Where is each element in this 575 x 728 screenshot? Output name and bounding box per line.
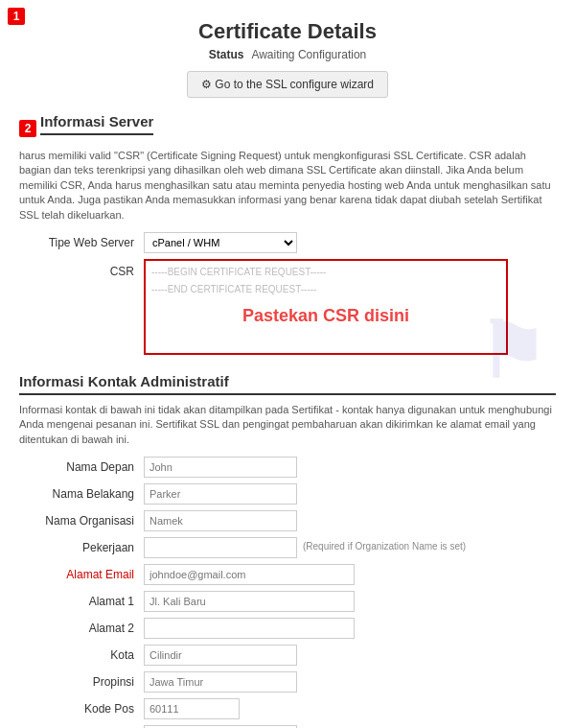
label-address1: Alamat 1 [19,591,144,608]
field-row-address2: Alamat 2 [19,618,556,639]
field-row-postal-code: Kode Pos [19,698,556,719]
input-job-title[interactable] [144,537,297,558]
label-last-name: Nama Belakang [19,483,144,501]
input-city[interactable] [144,645,297,666]
csr-label: CSR [19,259,144,278]
input-address1[interactable] [144,591,355,612]
field-row-email: Alamat Email [19,564,556,585]
step2-badge: 2 [19,120,36,137]
job-title-hint: (Required if Organization Name is set) [303,537,466,552]
csr-wrapper: -----BEGIN CERTIFICATE REQUEST----- ----… [144,259,508,358]
field-row-province: Propinsi [19,671,556,693]
csr-textarea[interactable] [144,259,508,355]
step1-badge: 1 [8,8,25,25]
server-info-text: harus memiliki valid "CSR" (Certificate … [19,149,556,223]
label-job-title: Pekerjaan [19,537,144,554]
field-row-last-name: Nama Belakang [19,483,556,505]
contact-info-text: Informasi kontak di bawah ini tidak akan… [19,403,556,447]
label-address2: Alamat 2 [19,618,144,635]
wizard-button[interactable]: ⚙ Go to the SSL configure wizard [187,71,388,98]
label-org-name: Nama Organisasi [19,510,144,528]
input-province[interactable] [144,671,297,693]
label-province: Propinsi [19,671,144,689]
server-section-title: Informasi Server [40,113,153,135]
label-postal-code: Kode Pos [19,698,144,716]
label-city: Kota [19,645,144,662]
label-first-name: Nama Depan [19,457,144,474]
input-first-name[interactable] [144,457,297,478]
field-row-city: Kota [19,645,556,666]
input-last-name[interactable] [144,483,297,505]
web-server-label: Tipe Web Server [19,232,144,249]
input-email[interactable] [144,564,355,585]
status-label: Status [209,48,244,61]
page-title: Certificate Details [19,19,556,44]
field-row-address1: Alamat 1 [19,591,556,612]
label-email: Alamat Email [19,564,144,581]
field-row-first-name: Nama Depan [19,457,556,478]
field-row-job-title: Pekerjaan (Required if Organization Name… [19,537,556,558]
field-row-org-name: Nama Organisasi [19,510,556,531]
input-postal-code[interactable] [144,698,240,719]
input-address2[interactable] [144,618,355,639]
contact-section-title: Informasi Kontak Administratif [19,373,556,395]
input-org-name[interactable] [144,510,297,531]
status-value: Awaiting Configuration [251,48,366,61]
web-server-select[interactable]: cPanel / WHM Apache Nginx IIS [144,232,297,253]
